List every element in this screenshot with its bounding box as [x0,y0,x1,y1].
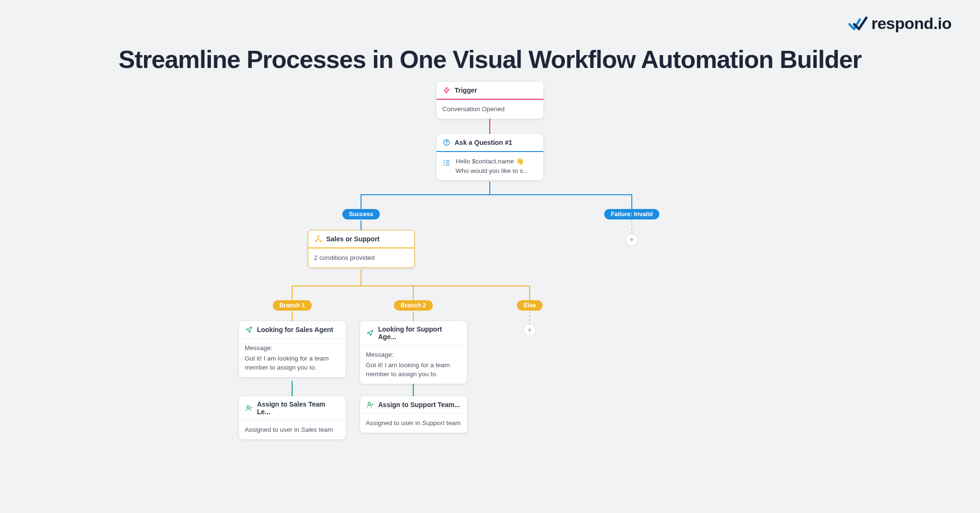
node-body: Message: Got it! I am looking for a team… [360,345,467,384]
node-title: Assign to Sales Team Le... [257,400,340,416]
node-body: Conversation Opened [437,100,543,119]
node-message-support[interactable]: Looking for Support Age... Message: Got … [360,321,467,384]
pill-failure[interactable]: Failure: Invalid [604,209,659,219]
add-step-failure[interactable]: + [626,234,638,246]
node-ask-question[interactable]: Ask a Question #1 Hello $contact.name 👋 … [437,134,543,180]
node-title: Looking for Support Age... [378,325,461,341]
node-branch-sales-or-support[interactable]: Sales or Support 2 conditions provided [308,230,415,268]
pill-branch-2[interactable]: Branch 2 [394,300,433,311]
node-title: Looking for Sales Agent [257,326,333,333]
node-title: Ask a Question #1 [455,139,512,146]
page-title: Streamline Processes in One Visual Workf… [0,45,980,74]
svg-point-20 [368,402,371,405]
svg-point-10 [444,160,445,161]
node-body: Assigned to user in Support team [360,414,467,433]
node-body: Assigned to user in Sales team [239,420,346,439]
add-step-else[interactable]: + [523,324,536,336]
send-icon [366,329,374,337]
svg-point-19 [247,406,249,408]
node-body: Message: Got it! I am looking for a team… [239,339,346,377]
send-icon [245,325,253,334]
node-body: 2 conditions provided [308,248,414,267]
assign-user-icon [366,400,374,409]
svg-point-17 [315,240,317,242]
svg-point-9 [446,144,447,144]
brand-name: respond.io [871,14,951,33]
svg-point-16 [317,236,319,237]
list-icon [442,159,451,167]
node-title: Assign to Support Team... [378,401,460,408]
node-trigger[interactable]: Trigger Conversation Opened [437,82,543,119]
svg-point-12 [444,164,445,165]
svg-point-11 [444,162,445,163]
node-title: Sales or Support [326,235,380,243]
node-message-sales[interactable]: Looking for Sales Agent Message: Got it!… [239,321,346,377]
brand-logo: respond.io [848,14,951,33]
brand-checkmark-icon [848,17,867,31]
svg-point-18 [320,240,321,242]
trigger-icon [442,86,451,95]
pill-else[interactable]: Else [517,300,542,311]
node-title: Trigger [455,86,477,94]
workflow-canvas[interactable]: Trigger Conversation Opened Ask a Questi… [0,81,980,513]
assign-user-icon [245,404,253,412]
node-body: Hello $contact.name 👋 Who would you like… [456,157,528,175]
pill-branch-1[interactable]: Branch 1 [273,300,312,311]
pill-success[interactable]: Success [343,209,380,219]
node-assign-support[interactable]: Assign to Support Team... Assigned to us… [360,396,467,433]
node-assign-sales[interactable]: Assign to Sales Team Le... Assigned to u… [239,396,346,439]
branch-icon [314,235,323,243]
question-icon [442,138,451,147]
